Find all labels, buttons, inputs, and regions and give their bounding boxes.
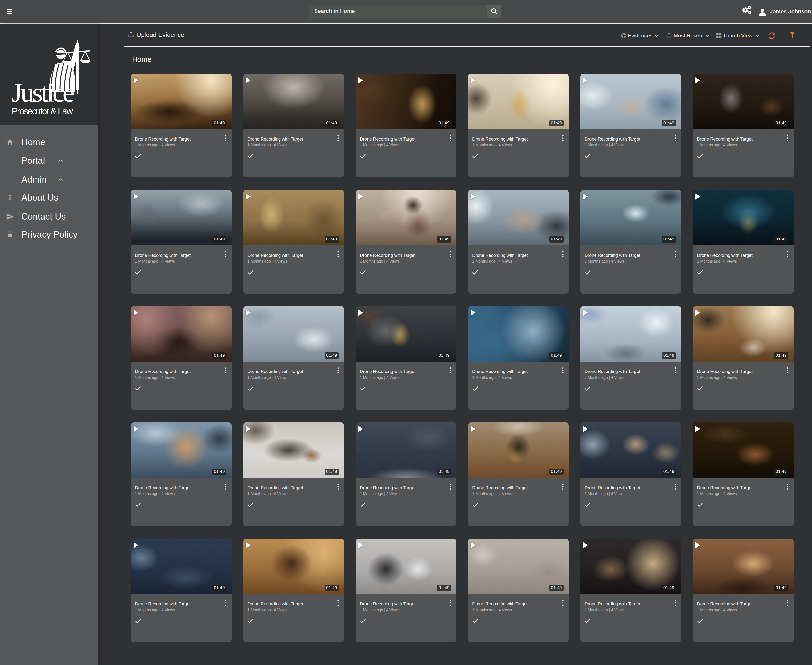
svg-text:Justice: Justice xyxy=(11,77,75,108)
svg-text:Prosecutor & Law: Prosecutor & Law xyxy=(11,106,73,116)
